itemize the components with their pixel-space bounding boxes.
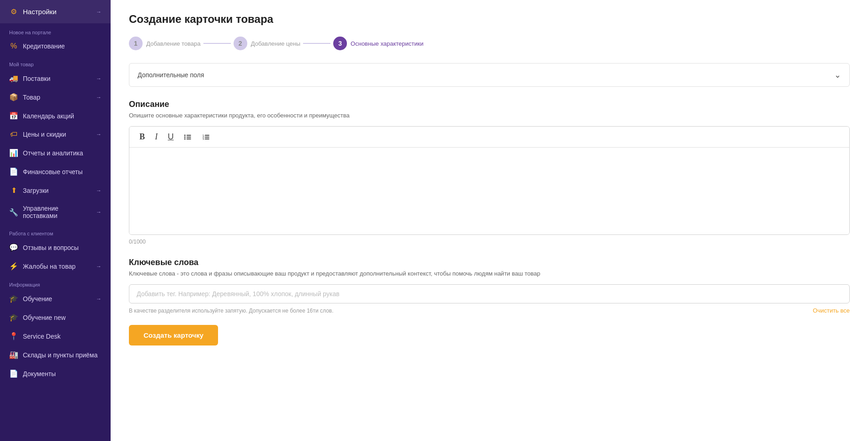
- sidebar-product-label: Товар: [23, 94, 40, 101]
- manage-icon: [9, 208, 18, 217]
- chart-icon: [9, 149, 18, 157]
- sidebar-warehouses-label: Склады и пункты приёма: [23, 351, 98, 359]
- sidebar-item-supplies[interactable]: Поставки →: [0, 69, 111, 88]
- upload-icon: [9, 186, 18, 195]
- keywords-hint: В качестве разделителя используйте запят…: [129, 308, 334, 314]
- description-editor: B I U 1.: [129, 126, 850, 235]
- edu-icon: [9, 294, 18, 303]
- sidebar-reviews-label: Отзывы и вопросы: [23, 244, 79, 251]
- svg-rect-5: [186, 138, 191, 139]
- sidebar-item-warehouses[interactable]: Склады и пункты приёма: [0, 345, 111, 364]
- sidebar-complaints-label: Жалобы на товар: [23, 263, 75, 270]
- calendar-icon: [9, 112, 18, 120]
- sidebar: Настройки → Новое на портале Кредитовани…: [0, 0, 111, 441]
- svg-text:3.: 3.: [202, 138, 205, 140]
- documents-icon: [9, 369, 18, 378]
- create-card-button[interactable]: Создать карточку: [129, 325, 218, 345]
- svg-rect-9: [205, 137, 209, 138]
- svg-point-2: [184, 136, 186, 138]
- svg-point-0: [184, 134, 186, 136]
- finance-icon: [9, 167, 18, 176]
- sidebar-education-new-label: Обучение new: [23, 314, 66, 321]
- section-label-new: Новое на портале: [0, 23, 111, 37]
- page-title: Создание карточки товара: [129, 13, 850, 26]
- sidebar-item-crediting[interactable]: Кредитование: [0, 37, 111, 55]
- sidebar-settings-label: Настройки: [23, 8, 57, 16]
- svg-rect-3: [186, 137, 191, 138]
- step-line-1: [203, 43, 231, 44]
- svg-point-4: [184, 138, 186, 139]
- keywords-title: Ключевые слова: [129, 258, 850, 267]
- underline-button[interactable]: U: [164, 130, 177, 143]
- step-line-2: [303, 43, 330, 44]
- arrow-icon: →: [96, 75, 101, 82]
- additional-fields-section[interactable]: Дополнительные поля ⌄: [129, 63, 850, 87]
- step-2-circle: 2: [234, 37, 247, 50]
- service-icon: [9, 332, 18, 340]
- complaint-icon: [9, 262, 18, 271]
- settings-icon: [9, 7, 18, 16]
- svg-rect-7: [205, 135, 209, 136]
- sidebar-manage-label: Управление поставками: [23, 205, 91, 219]
- description-section: Описание Опишите основные характеристики…: [129, 100, 850, 245]
- arrow-icon: →: [96, 263, 101, 270]
- sidebar-item-finance[interactable]: Финансовые отчеты: [0, 162, 111, 181]
- arrow-icon: →: [96, 94, 101, 101]
- step-3-label: Основные характеристики: [351, 40, 423, 47]
- percent-icon: [9, 42, 18, 50]
- section-label-client: Работа с клиентом: [0, 224, 111, 238]
- sidebar-item-education[interactable]: Обучение →: [0, 289, 111, 308]
- sidebar-service-desk-label: Service Desk: [23, 333, 60, 340]
- keywords-subtitle: Ключевые слова - это слова и фразы описы…: [129, 270, 850, 277]
- step-3-circle: 3: [333, 37, 347, 50]
- step-2: 2 Добавление цены: [234, 37, 300, 50]
- sidebar-item-reviews[interactable]: Отзывы и вопросы: [0, 238, 111, 257]
- description-title: Описание: [129, 100, 850, 109]
- italic-button[interactable]: I: [151, 130, 161, 143]
- sidebar-item-prices[interactable]: Цены и скидки →: [0, 125, 111, 143]
- box-icon: [9, 93, 18, 101]
- sidebar-prices-label: Цены и скидки: [23, 131, 66, 138]
- step-2-label: Добавление цены: [251, 40, 300, 47]
- sidebar-item-uploads[interactable]: Загрузки →: [0, 181, 111, 200]
- svg-rect-1: [186, 135, 191, 136]
- section-label-info: Информация: [0, 276, 111, 289]
- sidebar-item-product[interactable]: Товар →: [0, 88, 111, 106]
- char-count: 0/1000: [129, 239, 850, 245]
- arrow-icon: →: [96, 9, 101, 15]
- step-3: 3 Основные характеристики: [333, 37, 423, 50]
- sidebar-item-complaints[interactable]: Жалобы на товар →: [0, 257, 111, 276]
- keywords-input[interactable]: [129, 284, 850, 303]
- section-label-my-product: Мой товар: [0, 55, 111, 69]
- arrow-icon: →: [96, 296, 101, 302]
- arrow-icon: →: [96, 131, 101, 138]
- sidebar-item-service-desk[interactable]: Service Desk: [0, 327, 111, 345]
- keywords-hint-row: В качестве разделителя используйте запят…: [129, 307, 850, 314]
- editor-toolbar: B I U 1.: [129, 127, 849, 148]
- ordered-list-button[interactable]: 1. 2. 3.: [198, 131, 214, 143]
- step-1: 1 Добавление товара: [129, 37, 201, 50]
- sidebar-item-education-new[interactable]: Обучение new: [0, 308, 111, 327]
- description-subtitle: Опишите основные характеристики продукта…: [129, 112, 850, 119]
- sidebar-item-manage[interactable]: Управление поставками →: [0, 200, 111, 224]
- edu-new-icon: [9, 313, 18, 322]
- sidebar-finance-label: Финансовые отчеты: [23, 168, 83, 175]
- chevron-down-icon: ⌄: [834, 70, 841, 80]
- bold-button[interactable]: B: [136, 130, 149, 143]
- clear-all-button[interactable]: Очистить все: [813, 307, 850, 314]
- unordered-list-button[interactable]: [180, 131, 196, 143]
- step-1-label: Добавление товара: [146, 40, 201, 47]
- truck-icon: [9, 74, 18, 83]
- sidebar-item-settings[interactable]: Настройки →: [0, 0, 111, 23]
- sidebar-item-calendar[interactable]: Календарь акций: [0, 106, 111, 125]
- tag-icon: [9, 130, 18, 138]
- sidebar-calendar-label: Календарь акций: [23, 112, 74, 120]
- description-textarea[interactable]: [129, 148, 849, 234]
- sidebar-education-label: Обучение: [23, 295, 52, 303]
- reviews-icon: [9, 243, 18, 252]
- step-1-circle: 1: [129, 37, 143, 50]
- sidebar-documents-label: Документы: [23, 370, 56, 377]
- keywords-section: Ключевые слова Ключевые слова - это слов…: [129, 258, 850, 314]
- sidebar-item-reports[interactable]: Отчеты и аналитика: [0, 143, 111, 162]
- sidebar-item-documents[interactable]: Документы: [0, 364, 111, 383]
